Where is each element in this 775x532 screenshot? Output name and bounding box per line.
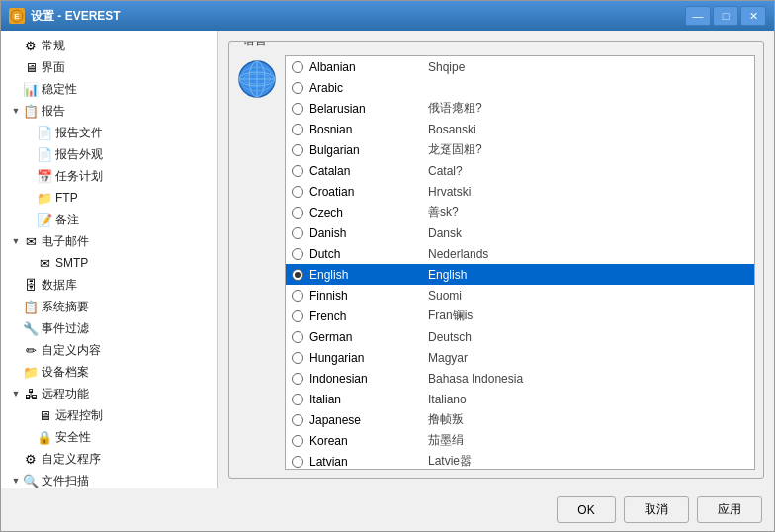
lang-name: French: [309, 310, 428, 323]
gear-icon: ⚙: [23, 451, 39, 467]
maximize-button[interactable]: □: [713, 6, 738, 26]
sidebar-item-changgui[interactable]: ⚙常规: [1, 35, 217, 56]
lang-radio: [292, 331, 303, 343]
tree-toggle: [23, 213, 37, 226]
lang-name: Croatian: [309, 185, 428, 199]
lang-radio: [292, 456, 303, 468]
sidebar-item-label: 自定义内容: [42, 342, 101, 359]
lang-row-catalan[interactable]: CatalanCatal?: [286, 160, 754, 181]
sidebar-item-wenjianSaomiao[interactable]: ▼🔍文件扫描: [1, 470, 217, 488]
lang-name: Hungarian: [309, 351, 428, 365]
lang-row-arabic[interactable]: Arabic: [286, 77, 754, 98]
lang-row-albanian[interactable]: AlbanianShqipe: [286, 56, 754, 77]
sidebar-item-xitongzhaiyao[interactable]: 📋系统摘要: [1, 296, 217, 317]
list-icon: 📋: [23, 299, 39, 314]
lang-row-bulgarian[interactable]: Bulgarian龙趸固粗?: [286, 139, 754, 160]
lang-row-finnish[interactable]: FinnishSuomi: [286, 285, 754, 306]
cancel-button[interactable]: 取消: [624, 496, 689, 523]
folder-icon: 📁: [37, 190, 52, 206]
sidebar-item-zidingyichengxu[interactable]: ⚙自定义程序: [1, 448, 217, 470]
sidebar-item-yuanchengkongzhi[interactable]: 🖥远程控制: [1, 404, 217, 426]
sidebar-item-zidingyineirong[interactable]: ✏自定义内容: [1, 339, 217, 361]
lang-row-indonesian[interactable]: IndonesianBahasa Indonesia: [286, 368, 754, 389]
sidebar-item-shijianhuolv[interactable]: 🔧事件过滤: [1, 317, 217, 339]
sidebar-item-baogaowaiguan[interactable]: 📄报告外观: [1, 143, 217, 165]
sidebar-item-baogao[interactable]: ▼📋报告: [1, 100, 217, 122]
lang-row-latvian[interactable]: LatvianLatvie嚣: [286, 451, 754, 469]
sidebar-item-label: 设备档案: [42, 364, 89, 381]
tree-toggle: [23, 126, 37, 139]
tree-toggle: [23, 430, 37, 444]
lang-radio: [292, 103, 303, 115]
chart-icon: 📊: [23, 81, 39, 97]
lang-row-bosnian[interactable]: BosnianBosanski: [286, 119, 754, 139]
window-controls: — □ ✕: [685, 6, 766, 26]
sidebar-item-label: 事件过滤: [42, 320, 89, 337]
lang-native: 善sk?: [428, 204, 459, 221]
tree-toggle: [9, 278, 23, 292]
tree-toggle: [9, 452, 23, 466]
lang-native: 撸帧叛: [428, 411, 464, 428]
lang-name: Indonesian: [309, 372, 428, 386]
sidebar-item-label: 远程控制: [55, 407, 103, 424]
tree-toggle: [9, 39, 23, 52]
sidebar-item-jiemian[interactable]: 🖥界面: [1, 56, 217, 78]
lang-row-belarusian[interactable]: Belarusian俄语瘪粗?: [286, 98, 754, 119]
lang-name: Arabic: [309, 81, 428, 95]
lang-row-italian[interactable]: ItalianItaliano: [286, 389, 754, 409]
sidebar-item-shebeidangan[interactable]: 📁设备档案: [1, 361, 217, 383]
close-button[interactable]: ✕: [740, 6, 766, 26]
tree-toggle: [9, 365, 23, 379]
lang-name: Belarusian: [309, 102, 428, 116]
sidebar: ⚙常规🖥界面📊稳定性▼📋报告📄报告文件📄报告外观📅任务计划📁FTP📝备注▼✉电子…: [1, 31, 218, 488]
sidebar-item-dianziyoujian[interactable]: ▼✉电子邮件: [1, 230, 217, 252]
lang-name: Danish: [309, 226, 428, 240]
lang-row-japanese[interactable]: Japanese撸帧叛: [286, 409, 754, 430]
lang-row-hungarian[interactable]: HungarianMagyar: [286, 347, 754, 368]
lang-radio: [292, 124, 303, 135]
sidebar-item-label: 报告文件: [55, 125, 103, 141]
doc-icon: 📄: [37, 146, 52, 162]
lang-radio: [292, 186, 303, 198]
apply-button[interactable]: 应用: [697, 496, 762, 523]
lang-row-dutch[interactable]: DutchNederlands: [286, 243, 754, 264]
main-panel: 语言: [218, 31, 774, 488]
tree-toggle: [23, 147, 37, 161]
lang-radio: [292, 310, 303, 322]
lang-row-german[interactable]: GermanDeutsch: [286, 326, 754, 347]
lang-row-korean[interactable]: Korean茄墨绢: [286, 430, 754, 451]
email-icon: ✉: [23, 233, 39, 249]
sidebar-item-wendingxing[interactable]: 📊稳定性: [1, 78, 217, 100]
lang-native: Bosanski: [428, 123, 476, 136]
minimize-button[interactable]: —: [685, 6, 711, 26]
lang-native: 茄墨绢: [428, 432, 464, 449]
lang-row-french[interactable]: FrenchFran镧is: [286, 306, 754, 326]
sidebar-item-shujuku[interactable]: 🗄数据库: [1, 274, 217, 296]
sidebar-item-renwujihua[interactable]: 📅任务计划: [1, 165, 217, 187]
doc-icon: 📄: [37, 125, 52, 140]
sidebar-item-label: 数据库: [42, 277, 77, 294]
sidebar-item-beizhu[interactable]: 📝备注: [1, 209, 217, 230]
lang-row-czech[interactable]: Czech善sk?: [286, 202, 754, 222]
sidebar-item-label: 电子邮件: [42, 233, 89, 250]
sidebar-item-baogaowenjian[interactable]: 📄报告文件: [1, 122, 217, 143]
tree-toggle: [9, 82, 23, 96]
ok-button[interactable]: OK: [557, 496, 616, 523]
language-list[interactable]: AlbanianShqipeArabicBelarusian俄语瘪粗?Bosni…: [286, 56, 754, 469]
lang-native: English: [428, 268, 467, 282]
globe-icon: [237, 59, 277, 99]
sidebar-item-anquanxing[interactable]: 🔒安全性: [1, 426, 217, 448]
lang-row-english[interactable]: EnglishEnglish: [286, 264, 754, 285]
lang-row-danish[interactable]: DanishDansk: [286, 222, 754, 243]
lang-native: Italiano: [428, 393, 467, 406]
sidebar-item-label: 自定义程序: [42, 451, 101, 468]
sidebar-item-label: 备注: [55, 212, 79, 228]
bottom-bar: OK 取消 应用: [1, 488, 774, 531]
lang-native: Bahasa Indonesia: [428, 372, 523, 386]
sidebar-item-ftp[interactable]: 📁FTP: [1, 187, 217, 209]
tree-toggle: [9, 300, 23, 313]
db-icon: 🗄: [23, 277, 39, 293]
lang-row-croatian[interactable]: CroatianHrvatski: [286, 181, 754, 202]
sidebar-item-yuanchengGongneng[interactable]: ▼🖧远程功能: [1, 383, 217, 404]
sidebar-item-smtp[interactable]: ✉SMTP: [1, 252, 217, 274]
